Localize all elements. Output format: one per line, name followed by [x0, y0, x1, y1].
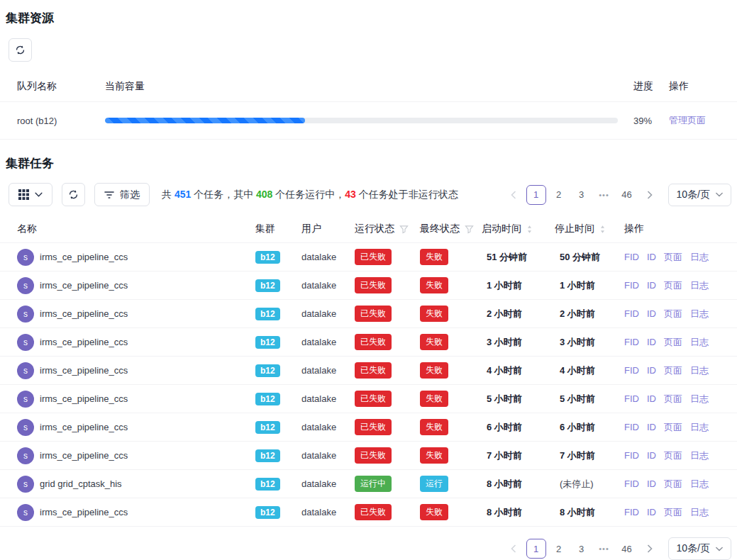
cluster-tag: b12	[255, 421, 280, 434]
page-button-3[interactable]: 3	[572, 539, 592, 559]
action-link-fid[interactable]: FID	[624, 507, 639, 517]
layout-select-button[interactable]	[9, 183, 52, 206]
action-link-page[interactable]: 页面	[664, 280, 682, 291]
action-link-fid[interactable]: FID	[624, 422, 639, 432]
action-link-log[interactable]: 日志	[690, 337, 709, 347]
action-link-page[interactable]: 页面	[664, 422, 682, 432]
column-action: 操作	[624, 215, 737, 243]
action-link-fid[interactable]: FID	[624, 478, 639, 489]
task-row: sirms_ce_pipeline_ccsb12datalake已失败失败51 …	[0, 243, 737, 271]
next-page-button[interactable]	[640, 539, 660, 559]
start-time: 7 小时前	[482, 442, 555, 470]
cluster-tag: b12	[255, 393, 280, 405]
pagination-bottom: 1 2 3 ••• 46 10条/页	[504, 537, 731, 560]
action-link-page[interactable]: 页面	[664, 507, 682, 517]
pagination-ellipsis[interactable]: •••	[594, 539, 614, 559]
action-link-id[interactable]: ID	[647, 478, 656, 489]
action-link-log[interactable]: 日志	[690, 393, 709, 404]
sort-icon[interactable]	[599, 225, 606, 234]
cluster-tag: b12	[255, 506, 280, 519]
action-link-fid[interactable]: FID	[624, 308, 639, 319]
filter-button[interactable]: 筛选	[94, 183, 150, 206]
filter-funnel-icon[interactable]	[465, 225, 474, 234]
start-time: 6 小时前	[482, 413, 555, 442]
action-link-log[interactable]: 日志	[690, 365, 709, 376]
page: 集群资源 队列名称 当前容量	[0, 10, 737, 560]
manage-page-link[interactable]: 管理页面	[669, 115, 706, 125]
column-capacity: 当前容量	[105, 72, 625, 102]
prev-page-button[interactable]	[504, 185, 523, 205]
action-link-id[interactable]: ID	[647, 365, 656, 376]
action-link-id[interactable]: ID	[647, 252, 656, 262]
action-link-log[interactable]: 日志	[690, 478, 709, 489]
cluster-tag: b12	[255, 478, 280, 491]
action-link-log[interactable]: 日志	[690, 280, 709, 291]
sort-icon[interactable]	[526, 225, 533, 234]
action-link-page[interactable]: 页面	[664, 308, 682, 319]
filter-funnel-icon[interactable]	[399, 225, 409, 234]
action-link-page[interactable]: 页面	[664, 393, 682, 404]
capacity-progress-fill	[105, 118, 305, 123]
column-run-status: 运行状态	[355, 223, 394, 235]
page-size-select[interactable]: 10条/页	[668, 537, 731, 560]
final-status-badge: 失败	[420, 306, 448, 322]
prev-page-button[interactable]	[504, 539, 523, 559]
page-button-1[interactable]: 1	[526, 185, 546, 205]
action-link-id[interactable]: ID	[647, 507, 656, 517]
resources-table: 队列名称 当前容量 进度 操作 root (b12)	[0, 72, 737, 140]
tasks-refresh-button[interactable]	[62, 183, 85, 206]
avatar: s	[17, 419, 34, 436]
action-link-id[interactable]: ID	[647, 308, 656, 319]
cluster-tasks-title: 集群任务	[6, 155, 737, 172]
cluster-tasks-section: 集群任务	[0, 155, 737, 560]
action-link-id[interactable]: ID	[647, 280, 656, 291]
action-link-log[interactable]: 日志	[690, 450, 709, 461]
action-link-fid[interactable]: FID	[624, 337, 639, 347]
tasks-toolbar: 筛选 共 451 个任务，其中 408 个任务运行中，43 个任务处于非运行状态…	[9, 183, 731, 206]
task-row: sirms_ce_pipeline_ccsb12datalake已失败失败3 小…	[0, 328, 737, 357]
page-button-1[interactable]: 1	[526, 539, 546, 559]
user-label: datalake	[301, 271, 355, 300]
action-link-fid[interactable]: FID	[624, 280, 639, 291]
resources-refresh-button[interactable]	[9, 38, 32, 62]
start-time: 2 小时前	[482, 300, 555, 328]
action-link-log[interactable]: 日志	[690, 507, 709, 517]
action-link-id[interactable]: ID	[647, 450, 656, 461]
start-time: 8 小时前	[482, 470, 555, 498]
refresh-icon	[15, 45, 26, 55]
start-time: 5 小时前	[482, 385, 555, 413]
action-link-id[interactable]: ID	[647, 422, 656, 432]
page-button-2[interactable]: 2	[549, 185, 569, 205]
stop-time: 2 小时前	[555, 300, 624, 328]
next-page-button[interactable]	[640, 185, 660, 205]
page-button-3[interactable]: 3	[572, 185, 592, 205]
total-count: 451	[174, 189, 191, 200]
action-link-page[interactable]: 页面	[664, 478, 682, 489]
action-link-fid[interactable]: FID	[624, 393, 639, 404]
page-size-select[interactable]: 10条/页	[668, 184, 731, 206]
page-button-46[interactable]: 46	[617, 185, 637, 205]
action-link-fid[interactable]: FID	[624, 252, 639, 262]
final-status-badge: 失败	[420, 391, 448, 407]
stop-time: 50 分钟前	[555, 243, 624, 271]
action-link-log[interactable]: 日志	[690, 422, 709, 432]
run-status-badge: 已失败	[355, 447, 392, 464]
action-link-page[interactable]: 页面	[664, 450, 682, 461]
page-button-46[interactable]: 46	[617, 539, 637, 559]
column-user: 用户	[301, 215, 355, 243]
action-link-id[interactable]: ID	[647, 337, 656, 347]
task-table-body: sirms_ce_pipeline_ccsb12datalake已失败失败51 …	[0, 243, 737, 527]
action-link-log[interactable]: 日志	[690, 308, 709, 319]
action-link-log[interactable]: 日志	[690, 252, 709, 262]
page-button-2[interactable]: 2	[549, 539, 569, 559]
action-link-page[interactable]: 页面	[664, 252, 682, 262]
action-link-page[interactable]: 页面	[664, 365, 682, 376]
user-label: datalake	[301, 498, 355, 527]
action-link-id[interactable]: ID	[647, 393, 656, 404]
page-size-label: 10条/页	[677, 542, 710, 555]
pagination-ellipsis[interactable]: •••	[594, 185, 614, 205]
action-link-page[interactable]: 页面	[664, 337, 682, 347]
action-link-fid[interactable]: FID	[624, 365, 639, 376]
run-status-badge: 已失败	[355, 504, 392, 520]
action-link-fid[interactable]: FID	[624, 450, 639, 461]
